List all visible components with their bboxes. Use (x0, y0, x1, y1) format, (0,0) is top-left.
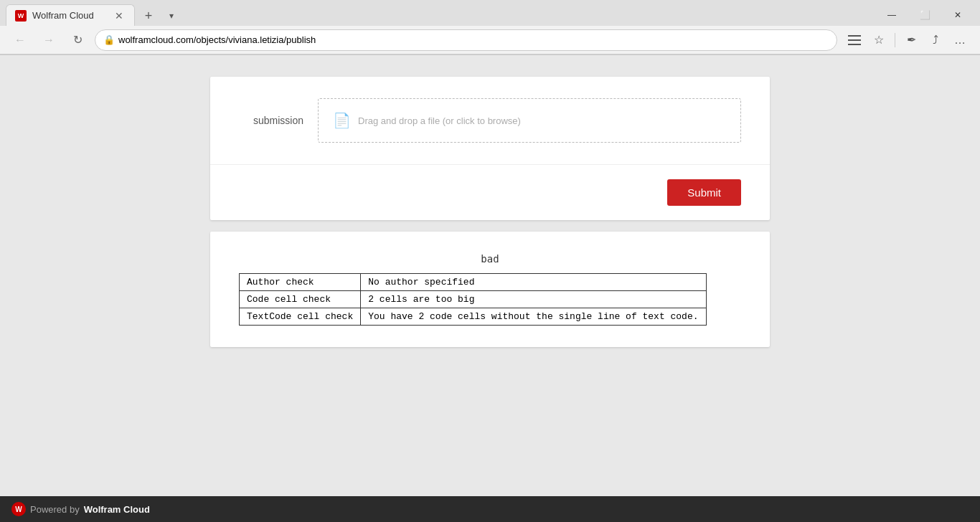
tab-list-button[interactable]: ▾ (161, 6, 182, 26)
tab-favicon: W (15, 10, 27, 22)
lock-icon: 🔒 (103, 34, 115, 45)
tab-title: Wolfram Cloud (32, 10, 107, 21)
table-row: TextCode cell checkYou have 2 code cells… (240, 308, 707, 326)
file-icon: 📄 (333, 112, 351, 129)
sidebar-button[interactable] (843, 29, 866, 52)
new-tab-button[interactable]: + (138, 6, 159, 26)
footer: W Powered by Wolfram Cloud (0, 496, 980, 522)
toolbar-divider (895, 33, 895, 47)
tab-close-button[interactable]: ✕ (113, 9, 126, 22)
close-button[interactable]: ✕ (941, 4, 974, 26)
file-drop-text: Drag and drop a file (or click to browse… (358, 115, 521, 126)
reload-button[interactable]: ↻ (66, 29, 89, 52)
browser-tab[interactable]: W Wolfram Cloud ✕ (6, 4, 135, 26)
address-bar: ← → ↻ 🔒 ☆ ✒ ⤴ … (0, 26, 980, 54)
minimize-button[interactable]: — (875, 4, 908, 26)
url-input[interactable] (95, 29, 837, 51)
pen-button[interactable]: ✒ (900, 29, 923, 52)
powered-by-text: Powered by (30, 504, 80, 515)
table-row: Author checkNo author specified (240, 274, 707, 291)
forward-button[interactable]: → (37, 29, 60, 52)
submit-section: Submit (210, 164, 770, 220)
page-content: submission 📄 Drag and drop a file (or cl… (0, 55, 980, 496)
url-bar-container: 🔒 (95, 29, 837, 51)
footer-logo: W (11, 502, 26, 516)
results-title: bad (239, 253, 741, 265)
svg-rect-0 (848, 35, 861, 37)
submit-button[interactable]: Submit (667, 179, 741, 206)
footer-brand: Wolfram Cloud (84, 504, 150, 515)
submission-form: submission 📄 Drag and drop a file (or cl… (210, 77, 770, 164)
table-row: Code cell check2 cells are too big (240, 291, 707, 308)
check-message: No author specified (361, 274, 706, 291)
submission-row: submission 📄 Drag and drop a file (or cl… (239, 98, 741, 143)
submission-label: submission (239, 115, 303, 126)
check-message: 2 cells are too big (361, 291, 706, 308)
share-button[interactable]: ⤴ (924, 29, 947, 52)
svg-rect-2 (848, 44, 861, 45)
browser-chrome: W Wolfram Cloud ✕ + ▾ — ⬜ ✕ ← → ↻ 🔒 ☆ ✒ … (0, 0, 980, 55)
maximize-button[interactable]: ⬜ (908, 4, 941, 26)
back-button[interactable]: ← (9, 29, 32, 52)
check-label: TextCode cell check (240, 308, 361, 326)
file-drop-zone[interactable]: 📄 Drag and drop a file (or click to brow… (318, 98, 741, 143)
more-button[interactable]: … (948, 29, 971, 52)
tab-bar: W Wolfram Cloud ✕ + ▾ — ⬜ ✕ (0, 0, 980, 26)
results-card: bad Author checkNo author specifiedCode … (210, 232, 770, 347)
check-label: Code cell check (240, 291, 361, 308)
check-label: Author check (240, 274, 361, 291)
results-table: Author checkNo author specifiedCode cell… (239, 273, 707, 326)
check-message: You have 2 code cells without the single… (361, 308, 706, 326)
submission-card: submission 📄 Drag and drop a file (or cl… (210, 77, 770, 220)
svg-rect-1 (848, 39, 861, 41)
toolbar-right: ☆ ✒ ⤴ … (843, 29, 971, 52)
favorites-button[interactable]: ☆ (867, 29, 890, 52)
